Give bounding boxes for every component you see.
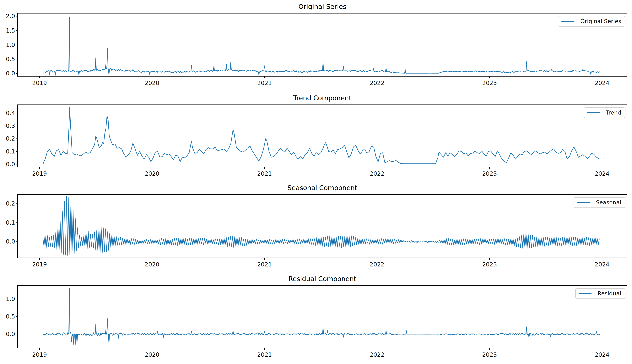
axes-spines [18,13,627,76]
y-tick-label: 0.1 [0,220,15,226]
subplot-title: Trend Component [17,94,627,102]
x-tick-label: 2022 [364,261,390,268]
x-tick-label: 2024 [588,80,616,86]
x-tick-label: 2023 [476,170,503,177]
legend-line-sample [577,202,590,203]
x-tick-label: 2021 [251,351,278,358]
legend-original-series: Original Series [558,16,626,26]
subplot-title: Original Series [17,3,627,10]
x-tick-label: 2020 [138,351,166,358]
y-tick-label: 1.5 [0,28,15,34]
y-tick-label: 2.0 [0,13,15,20]
legend-line-sample [587,112,600,113]
subplot-title: Residual Component [17,275,627,282]
trend-plot-canvas [17,104,627,167]
residual-plot-canvas [17,285,627,348]
series-line [43,108,600,164]
legend-residual: Residual [575,288,626,299]
y-tick-label: 0.0 [0,238,15,245]
x-tick-label: 2022 [364,351,390,358]
y-tick-label: 0.2 [0,135,15,142]
legend-line-sample [579,293,592,294]
series-line [43,17,600,75]
x-tick-label: 2024 [588,351,616,358]
x-tick-label: 2021 [251,80,278,86]
x-tick-label: 2019 [26,170,53,177]
x-tick-label: 2021 [251,261,278,268]
y-tick-label: 0.2 [0,200,15,207]
legend-trend: Trend [584,108,626,118]
series-line [43,196,599,256]
y-tick-label: 0.4 [0,110,15,116]
y-tick-label: 0.0 [0,161,15,168]
y-tick-label: 0.5 [0,313,15,320]
x-tick-label: 2020 [138,170,166,177]
y-tick-label: 1.0 [0,296,15,302]
x-tick-label: 2019 [26,261,53,268]
x-tick-label: 2024 [588,261,616,268]
x-tick-label: 2023 [476,80,503,86]
y-tick-label: 0.3 [0,122,15,129]
y-tick-label: 0.5 [0,56,15,62]
legend-label: Seasonal [596,199,621,206]
original-series-plot-canvas [17,13,627,76]
x-tick-label: 2022 [364,170,390,177]
x-tick-label: 2024 [588,170,616,177]
seasonal-plot-canvas [17,194,627,258]
legend-label: Residual [598,290,621,297]
y-tick-label: 0.0 [0,331,15,338]
legend-seasonal: Seasonal [574,197,626,208]
subplot-title: Seasonal Component [17,184,627,191]
series-line [43,288,600,346]
decomposition-figure: Original Series Original Series Trend Co… [0,0,632,364]
legend-label: Original Series [580,18,621,24]
x-tick-label: 2019 [26,80,53,86]
legend-line-sample [562,21,574,22]
x-tick-label: 2020 [138,261,166,268]
x-tick-label: 2023 [476,351,503,358]
x-tick-label: 2022 [364,80,390,86]
x-tick-label: 2021 [251,170,278,177]
x-tick-label: 2019 [26,351,53,358]
y-tick-label: 1.0 [0,42,15,48]
x-tick-label: 2023 [476,261,503,268]
x-tick-label: 2020 [138,80,166,86]
legend-label: Trend [606,110,621,116]
y-tick-label: 0.1 [0,148,15,155]
y-tick-label: 0.0 [0,70,15,77]
